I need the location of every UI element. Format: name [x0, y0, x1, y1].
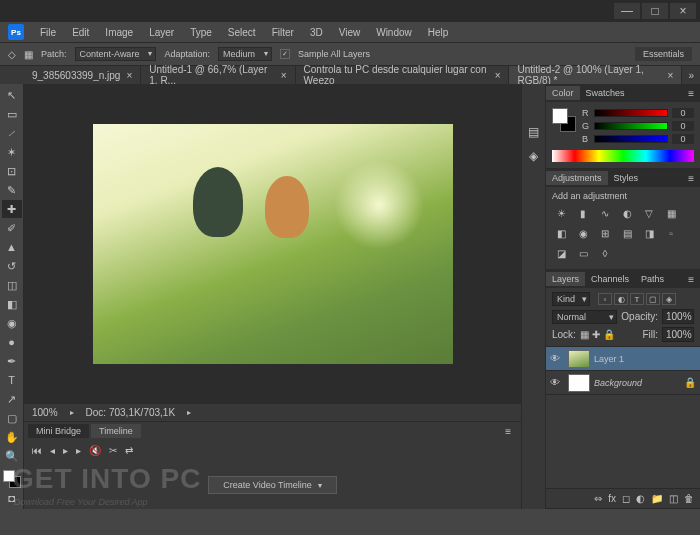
color-spectrum[interactable]: [552, 150, 694, 162]
menu-type[interactable]: Type: [184, 25, 218, 40]
shape-tool[interactable]: ▢: [2, 409, 22, 427]
fill-adj-icon[interactable]: ◐: [636, 493, 645, 504]
layer-thumbnail[interactable]: [568, 350, 590, 368]
history-icon[interactable]: ▤: [526, 124, 542, 140]
menu-select[interactable]: Select: [222, 25, 262, 40]
menu-image[interactable]: Image: [99, 25, 139, 40]
filter-adj-icon[interactable]: ◐: [614, 293, 628, 305]
menu-edit[interactable]: Edit: [66, 25, 95, 40]
posterize-icon[interactable]: ▫: [662, 225, 680, 241]
menu-3d[interactable]: 3D: [304, 25, 329, 40]
fill-value[interactable]: 100%: [662, 327, 694, 342]
new-layer-icon[interactable]: ◫: [669, 493, 678, 504]
marquee-tool[interactable]: ▭: [2, 105, 22, 123]
selective-icon[interactable]: ◊: [596, 245, 614, 261]
history-brush-tool[interactable]: ↺: [2, 257, 22, 275]
healing-tool[interactable]: ✚: [2, 200, 22, 218]
g-value[interactable]: 0: [672, 121, 694, 131]
layer-item[interactable]: 👁 Background 🔒: [546, 371, 700, 395]
lookup-icon[interactable]: ▤: [618, 225, 636, 241]
color-picker[interactable]: [3, 470, 21, 488]
create-video-timeline-button[interactable]: Create Video Timeline: [208, 476, 336, 494]
threshold-icon[interactable]: ◪: [552, 245, 570, 261]
invert-icon[interactable]: ◨: [640, 225, 658, 241]
r-value[interactable]: 0: [672, 108, 694, 118]
close-button[interactable]: ×: [670, 3, 696, 19]
canvas-viewport[interactable]: [24, 84, 521, 403]
stamp-tool[interactable]: ▲: [2, 238, 22, 256]
workspace-switcher[interactable]: Essentials: [635, 47, 692, 61]
eyedropper-tool[interactable]: ✎: [2, 181, 22, 199]
filter-type-icon[interactable]: T: [630, 293, 644, 305]
eraser-tool[interactable]: ◫: [2, 276, 22, 294]
sample-checkbox[interactable]: ✓: [280, 49, 290, 59]
visibility-icon[interactable]: 👁: [550, 377, 564, 388]
wand-tool[interactable]: ✶: [2, 143, 22, 161]
mask-icon[interactable]: ◻: [622, 493, 630, 504]
split-icon[interactable]: ✂: [109, 445, 117, 456]
filter-smart-icon[interactable]: ◈: [662, 293, 676, 305]
close-icon[interactable]: ×: [126, 70, 132, 81]
tab-styles[interactable]: Styles: [608, 171, 645, 185]
tab-timeline[interactable]: Timeline: [91, 424, 141, 438]
type-tool[interactable]: T: [2, 371, 22, 389]
next-frame-icon[interactable]: ▸: [76, 445, 81, 456]
visibility-icon[interactable]: 👁: [550, 353, 564, 364]
filter-pixel-icon[interactable]: ▫: [598, 293, 612, 305]
info-arrow-icon[interactable]: ▸: [187, 408, 191, 417]
tab-paths[interactable]: Paths: [635, 272, 670, 286]
filter-shape-icon[interactable]: ▢: [646, 293, 660, 305]
dodge-tool[interactable]: ●: [2, 333, 22, 351]
group-icon[interactable]: 📁: [651, 493, 663, 504]
tab-adjustments[interactable]: Adjustments: [546, 171, 608, 185]
lasso-tool[interactable]: ⟋: [2, 124, 22, 142]
menu-filter[interactable]: Filter: [266, 25, 300, 40]
exposure-icon[interactable]: ◐: [618, 205, 636, 221]
hue-icon[interactable]: ▦: [662, 205, 680, 221]
lock-position-icon[interactable]: ✚: [592, 329, 600, 340]
play-icon[interactable]: ▸: [63, 445, 68, 456]
close-icon[interactable]: ×: [495, 70, 501, 81]
bw-icon[interactable]: ◧: [552, 225, 570, 241]
tab-mini-bridge[interactable]: Mini Bridge: [28, 424, 89, 438]
doc-tab-1[interactable]: Untitled-1 @ 66,7% (Layer 1, R...×: [141, 66, 295, 84]
layer-item[interactable]: 👁 Layer 1: [546, 347, 700, 371]
doc-tab-0[interactable]: 9_385603399_n.jpg×: [24, 66, 141, 84]
g-slider[interactable]: [594, 122, 668, 130]
opacity-value[interactable]: 100%: [662, 309, 694, 324]
panel-menu-icon[interactable]: ≡: [682, 88, 700, 99]
transition-icon[interactable]: ⇄: [125, 445, 133, 456]
tab-color[interactable]: Color: [546, 86, 580, 100]
menu-file[interactable]: File: [34, 25, 62, 40]
audio-icon[interactable]: 🔇: [89, 445, 101, 456]
blur-tool[interactable]: ◉: [2, 314, 22, 332]
first-frame-icon[interactable]: ⏮: [32, 445, 42, 456]
layer-thumbnail[interactable]: [568, 374, 590, 392]
curves-icon[interactable]: ∿: [596, 205, 614, 221]
tab-channels[interactable]: Channels: [585, 272, 635, 286]
doc-tab-3[interactable]: Untitled-2 @ 100% (Layer 1, RGB/8) *×: [509, 66, 682, 84]
adaptation-dropdown[interactable]: Medium: [218, 47, 272, 61]
levels-icon[interactable]: ▮: [574, 205, 592, 221]
maximize-button[interactable]: □: [642, 3, 668, 19]
quickmask-tool[interactable]: ◘: [2, 489, 22, 507]
properties-icon[interactable]: ◈: [526, 148, 542, 164]
zoom-level[interactable]: 100%: [32, 407, 58, 418]
kind-filter[interactable]: Kind: [552, 292, 590, 306]
mixer-icon[interactable]: ⊞: [596, 225, 614, 241]
close-icon[interactable]: ×: [668, 70, 674, 81]
b-slider[interactable]: [594, 135, 668, 143]
r-slider[interactable]: [594, 109, 668, 117]
color-swatch[interactable]: [552, 108, 576, 132]
menu-layer[interactable]: Layer: [143, 25, 180, 40]
link-icon[interactable]: ⇔: [594, 493, 602, 504]
brush-tool[interactable]: ✐: [2, 219, 22, 237]
lock-all-icon[interactable]: 🔒: [603, 329, 615, 340]
panel-menu-icon[interactable]: ≡: [682, 173, 700, 184]
gradient-map-icon[interactable]: ▭: [574, 245, 592, 261]
photo-filter-icon[interactable]: ◉: [574, 225, 592, 241]
minimize-button[interactable]: —: [614, 3, 640, 19]
zoom-tool[interactable]: 🔍: [2, 447, 22, 465]
close-icon[interactable]: ×: [281, 70, 287, 81]
tab-overflow-icon[interactable]: »: [682, 70, 700, 81]
